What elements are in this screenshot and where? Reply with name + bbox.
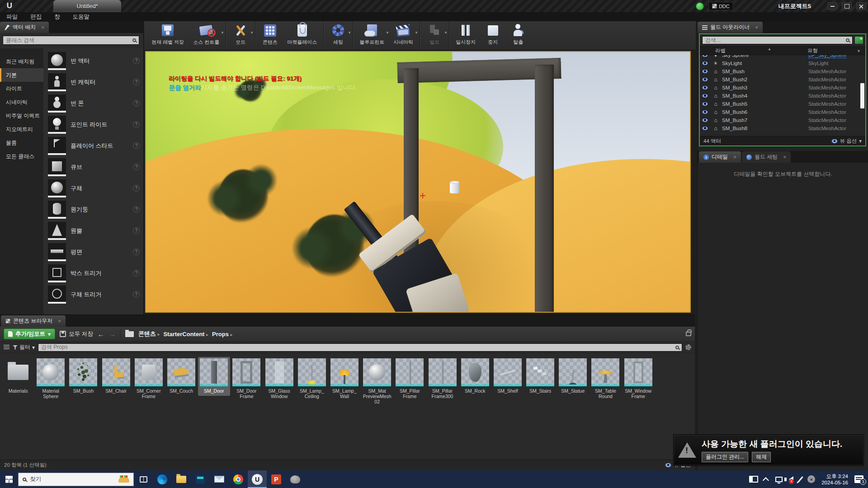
filter-button[interactable]: 필터	[13, 343, 35, 351]
mail-button[interactable]	[210, 470, 229, 488]
dismiss-button[interactable]: 해제	[752, 452, 771, 462]
sources-panel-icon[interactable]	[4, 345, 9, 350]
outliner-row[interactable]: SM_Bush3 StaticMeshActor	[700, 84, 865, 92]
help-icon[interactable]	[133, 227, 140, 234]
network-icon[interactable]	[775, 477, 783, 482]
toolbar-button[interactable]: 시네마틱	[389, 21, 418, 50]
toolbar-button[interactable]: 마켓플레이스	[283, 21, 321, 50]
class-search-input[interactable]: 클래스 검색	[3, 36, 139, 45]
help-icon[interactable]	[133, 185, 140, 192]
visibility-eye-icon[interactable]	[702, 77, 708, 82]
toolbar-button[interactable]: 모드	[226, 21, 253, 50]
asset-tile[interactable]: SM_Lamp_ Ceiling	[296, 357, 328, 401]
visibility-eye-icon[interactable]	[702, 102, 708, 106]
menu-item[interactable]: 창	[54, 13, 60, 21]
asset-tile[interactable]: SM_Pillar Frame300	[426, 357, 458, 401]
taskbar-clock[interactable]: 오후 3:24 2024-05-16	[821, 473, 848, 486]
place-actor-item[interactable]: 원기둥	[43, 199, 143, 220]
place-actor-item[interactable]: 평면	[43, 241, 143, 263]
add-actor-icon[interactable]	[855, 37, 863, 44]
place-actor-item[interactable]: 포인트 라이트	[43, 114, 143, 135]
dropdown-caret-icon[interactable]	[387, 30, 389, 35]
task-view-button[interactable]	[134, 470, 153, 488]
powerpoint-button[interactable]: P	[267, 470, 286, 488]
edge-button[interactable]	[153, 470, 172, 488]
asset-tile[interactable]: SM_Couch	[165, 357, 198, 396]
visibility-eye-icon[interactable]	[702, 69, 708, 74]
outliner-search-input[interactable]: 검색...	[702, 36, 853, 44]
outliner-row[interactable]: SM_Bush2 StaticMeshActor	[700, 75, 865, 84]
asset-tile[interactable]: SM_Shelf	[491, 357, 524, 396]
toolbar-button[interactable]: 블루프린트	[353, 21, 389, 50]
toolbar-button[interactable]: 일시정지	[449, 21, 480, 50]
volume-muted-icon[interactable]	[789, 476, 793, 483]
help-icon[interactable]	[133, 249, 140, 255]
breadcrumb-separator-icon[interactable]	[157, 332, 160, 337]
tab-content-browser[interactable]: 콘텐츠 브라우저	[1, 315, 66, 327]
visibility-eye-icon[interactable]	[702, 61, 708, 66]
help-icon[interactable]	[133, 79, 140, 85]
chrome-button[interactable]	[229, 470, 248, 488]
add-import-button[interactable]: 추가/임포트	[4, 328, 55, 339]
asset-tile[interactable]: Materials	[2, 357, 34, 396]
tray-expand-icon[interactable]	[763, 477, 769, 483]
dropdown-caret-icon[interactable]	[222, 30, 224, 35]
help-icon[interactable]	[133, 270, 140, 277]
outliner-row[interactable]: SkyLight SkyLight	[700, 59, 865, 67]
asset-tile[interactable]: SM_Chair	[100, 357, 132, 396]
asset-tile[interactable]: SM_Rock	[459, 357, 491, 396]
manage-plugins-button[interactable]: 플러그인 관리...	[702, 452, 748, 462]
visibility-eye-icon[interactable]	[702, 94, 708, 98]
asset-tile[interactable]: SM_Door Frame	[231, 357, 263, 401]
outliner-row[interactable]: SM_Bush8 StaticMeshActor	[700, 124, 865, 132]
asset-tile[interactable]: SM_Bush	[67, 357, 99, 396]
store-button[interactable]	[191, 470, 210, 488]
toolbar-button[interactable]: 콘텐츠	[255, 21, 283, 50]
title-bar[interactable]: U Untitled* DDC 내프로젝트5	[0, 0, 868, 12]
toolbar-button[interactable]: 탈출	[505, 21, 531, 50]
pen-icon[interactable]	[797, 476, 803, 482]
category-item[interactable]: 모든 클래스	[0, 150, 43, 163]
tab-details[interactable]: 디테일	[699, 151, 741, 163]
toolbar-button[interactable]: 소스 컨트롤	[189, 21, 224, 50]
tab-place-actors[interactable]: 액터 배치	[0, 22, 49, 33]
category-item[interactable]: 비주얼 이펙트	[0, 109, 43, 122]
visibility-eye-icon[interactable]	[702, 85, 708, 90]
close-tab-icon[interactable]	[58, 318, 61, 324]
outliner-row[interactable]: SM_Bush4 StaticMeshActor	[700, 92, 865, 100]
dropdown-caret-icon[interactable]	[415, 30, 418, 35]
category-item[interactable]: 시네마틱	[0, 95, 43, 109]
close-tab-icon[interactable]	[733, 154, 736, 160]
ddc-button[interactable]: DDC	[708, 2, 733, 10]
news-widget-icon[interactable]	[749, 476, 758, 483]
outliner-row[interactable]: SM_Bush StaticMeshActor	[700, 67, 865, 75]
type-filter-icon[interactable]	[857, 49, 861, 53]
category-item[interactable]: 기본	[0, 68, 43, 82]
category-item[interactable]: 라이트	[0, 82, 43, 95]
visibility-eye-icon[interactable]	[702, 118, 708, 122]
tab-world-settings[interactable]: 월드 세팅	[742, 151, 791, 163]
minimize-button[interactable]	[827, 2, 837, 10]
breadcrumb-separator-icon[interactable]	[231, 332, 233, 337]
dropdown-caret-icon[interactable]	[349, 30, 351, 35]
maximize-button[interactable]	[842, 2, 852, 10]
lock-icon[interactable]	[686, 332, 691, 336]
asset-tile[interactable]: SM_Glass Window	[263, 357, 295, 401]
close-button[interactable]	[856, 2, 866, 10]
asset-tile[interactable]: SM_Statue	[557, 357, 589, 396]
menu-item[interactable]: 파일	[6, 13, 18, 21]
help-icon[interactable]	[133, 57, 140, 64]
asset-tile[interactable]: SM_Corner Frame	[132, 357, 165, 401]
toolbar-button[interactable]: 세팅	[323, 21, 351, 50]
help-icon[interactable]	[133, 291, 140, 298]
category-item[interactable]: 볼륨	[0, 136, 43, 150]
safely-remove-icon[interactable]	[807, 475, 815, 483]
outliner-header[interactable]: 라벨 유형	[700, 46, 865, 55]
breadcrumb-item[interactable]: 콘텐츠	[138, 330, 160, 338]
toolbar-button[interactable]: 현재 레벨 저장	[147, 21, 189, 50]
asset-tile[interactable]: Material Sphere	[35, 357, 67, 401]
help-icon[interactable]	[133, 142, 140, 149]
breadcrumb-separator-icon[interactable]	[206, 332, 208, 337]
visibility-eye-icon[interactable]	[702, 110, 708, 114]
place-actor-item[interactable]: 큐브	[43, 156, 143, 178]
